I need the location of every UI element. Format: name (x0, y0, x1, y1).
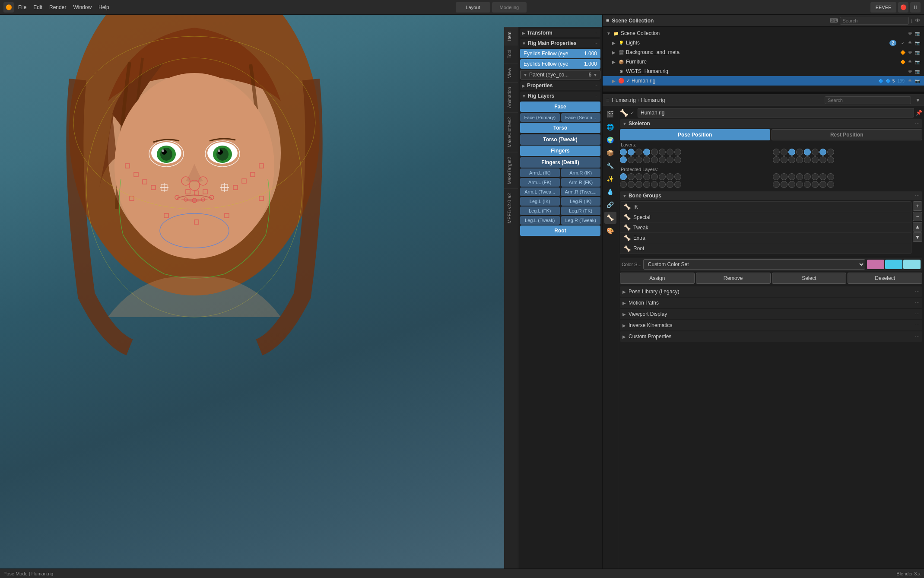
props-icon-data[interactable]: 🦴 (604, 212, 616, 224)
layer-14[interactable] (659, 156, 666, 163)
prot-2[interactable] (628, 173, 635, 180)
rest-position-btn[interactable]: Rest Position (772, 129, 923, 140)
color-swatch-1[interactable] (867, 260, 884, 269)
prot-32[interactable] (827, 181, 834, 188)
layer-29[interactable] (804, 156, 811, 163)
prot-16[interactable] (674, 181, 681, 188)
bg-remove-btn[interactable]: − (913, 212, 922, 221)
menu-render[interactable]: Render (47, 3, 69, 11)
lights-vis-icon[interactable]: ✓ (900, 40, 906, 46)
workspace-modeling[interactable]: Modeling (492, 2, 527, 13)
transform-section-header[interactable]: ▶ Transform ⋯ (520, 29, 600, 37)
prot-26[interactable] (781, 181, 787, 188)
layer-21[interactable] (804, 149, 811, 156)
rig-main-props-header[interactable]: ▼ Rig Main Properties ⋯ (520, 39, 600, 48)
rig-layer-torso-tweak[interactable]: Torso (Tweak) (520, 134, 600, 145)
props-icon-material[interactable]: 🎨 (604, 225, 616, 237)
eyelids-follow-1[interactable]: Eyelids Follow (eye 1.000 (520, 49, 600, 58)
rig-layers-opts[interactable]: ⋯ (594, 94, 599, 98)
blender-logo[interactable]: 🟠 (3, 2, 14, 13)
layer-17[interactable] (773, 149, 780, 156)
bone-groups-section-header[interactable]: ▼ Bone Groups ⋯ (620, 191, 922, 200)
rig-layer-leg-l-fk[interactable]: Leg.L (FK) (520, 206, 560, 215)
prot-19[interactable] (788, 173, 795, 180)
props-search-input[interactable] (825, 96, 911, 104)
prot-28[interactable] (796, 181, 803, 188)
bg-up-btn[interactable]: ▲ (913, 222, 922, 232)
lights-render-icon[interactable]: 📷 (914, 40, 921, 46)
rig-layer-face-primary[interactable]: Face (Primary) (520, 113, 560, 122)
layer-3[interactable] (635, 149, 642, 156)
prot-24[interactable] (827, 173, 834, 180)
outliner-item-lights[interactable]: ▶ 💡 Lights 2 ✓ 👁 📷 (603, 38, 924, 48)
layer-1[interactable] (620, 149, 627, 156)
bg-item-ik[interactable]: 🦴 IK (620, 202, 911, 212)
parent-field[interactable]: ▼ Parent (eye_co... 6 ▼ (520, 70, 600, 79)
tab-item[interactable]: Item (504, 27, 518, 45)
skeleton-opts[interactable]: ⋯ (915, 121, 920, 127)
props-icon-constraints[interactable]: 🔗 (604, 199, 616, 211)
layer-4[interactable] (643, 149, 650, 156)
props-icon-scene[interactable]: 🎬 (604, 108, 616, 120)
workspace-layout[interactable]: Layout (456, 2, 490, 13)
prot-18[interactable] (781, 173, 787, 180)
select-btn[interactable]: Select (772, 273, 847, 284)
outliner-item-background[interactable]: ▶ 🎬 Background_and_meta 🔶 👁 📷 (603, 48, 924, 57)
prot-10[interactable] (628, 181, 635, 188)
outliner-item-furniture[interactable]: ▶ 📦 Furniture 🔶 👁 📷 (603, 57, 924, 67)
layer-30[interactable] (812, 156, 819, 163)
prot-20[interactable] (796, 173, 803, 180)
color-swatch-2[interactable] (885, 260, 902, 269)
layer-32[interactable] (827, 156, 834, 163)
prot-30[interactable] (812, 181, 819, 188)
props-opts[interactable]: ⋯ (594, 83, 599, 88)
pose-library-header[interactable]: ▶ Pose Library (Legacy) ⋯ (620, 286, 922, 297)
furniture-eye-icon[interactable]: 👁 (907, 59, 913, 65)
motion-paths-opts[interactable]: ⋯ (915, 300, 920, 306)
rig-layer-fingers-detail[interactable]: Fingers (Detail) (520, 157, 600, 168)
prot-11[interactable] (635, 181, 642, 188)
ik-opts[interactable]: ⋯ (915, 323, 920, 328)
rig-layer-torso[interactable]: Torso (520, 123, 600, 133)
custom-props-opts[interactable]: ⋯ (915, 334, 920, 340)
prot-5[interactable] (651, 173, 658, 180)
prot-14[interactable] (659, 181, 666, 188)
tab-tool[interactable]: Tool (504, 45, 518, 63)
eyelids-follow-2[interactable]: Eyelids Follow (eye 1.000 (520, 59, 600, 69)
layer-5[interactable] (651, 149, 658, 156)
name-pin-icon[interactable]: 📌 (916, 110, 922, 116)
furniture-render-icon[interactable]: 📷 (914, 59, 921, 65)
rig-layer-leg-l-ik[interactable]: Leg.L (IK) (520, 197, 560, 206)
scene-render-icon[interactable]: 📷 (914, 30, 921, 36)
custom-props-header[interactable]: ▶ Custom Properties ⋯ (620, 331, 922, 342)
prot-15[interactable] (667, 181, 673, 188)
render-btn[interactable]: 🔴 (898, 2, 908, 13)
layer-28[interactable] (796, 156, 803, 163)
layer-6[interactable] (659, 149, 666, 156)
props-icon-object[interactable]: 📦 (604, 147, 616, 159)
bg-item-tweak[interactable]: 🦴 Tweak (620, 222, 911, 233)
view-icon[interactable]: 👁 (915, 17, 921, 24)
layer-15[interactable] (667, 156, 673, 163)
menu-window[interactable]: Window (70, 3, 94, 11)
lights-eye-icon[interactable]: 👁 (907, 40, 913, 46)
tab-mpfb[interactable]: MPFB v2.0-a2 (504, 188, 518, 228)
rig-layer-leg-l-tweak[interactable]: Leg.L (Tweak) (520, 216, 560, 225)
bg-item-extra[interactable]: 🦴 Extra (620, 233, 911, 243)
rig-layer-fingers[interactable]: Fingers (520, 146, 600, 156)
bone-groups-opts[interactable]: ⋯ (915, 193, 920, 199)
sort-icon[interactable]: ↕ (911, 17, 914, 24)
tab-makeclothes[interactable]: MakeClothes2 (504, 112, 518, 152)
layer-7[interactable] (667, 149, 673, 156)
prot-1[interactable] (620, 173, 627, 180)
scene-vis-icon[interactable]: 👁 (907, 30, 913, 36)
layer-19[interactable] (788, 149, 795, 156)
rig-layer-arm-l-tweak[interactable]: Arm.L (Twea... (520, 187, 560, 196)
props-icon-particles[interactable]: ✨ (604, 173, 616, 185)
layer-11[interactable] (635, 156, 642, 163)
rig-layer-arm-r-fk[interactable]: Arm.R (FK) (561, 178, 601, 187)
layer-10[interactable] (628, 156, 635, 163)
bg-add-btn[interactable]: + (913, 201, 922, 211)
rig-layer-arm-l-ik[interactable]: Arm.L (IK) (520, 168, 560, 177)
humanrig-eye-icon[interactable]: 👁 (907, 78, 913, 84)
